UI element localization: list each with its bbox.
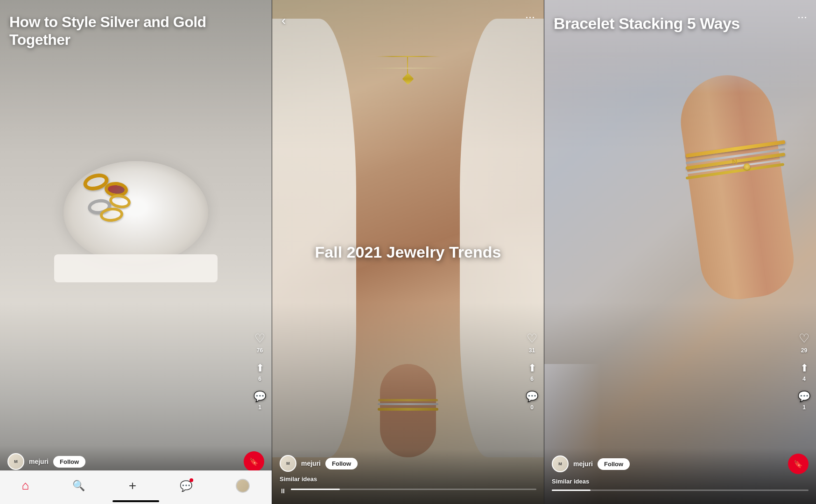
- video-panel-3: N ‹ ··· Bracelet Stacking 5 Ways ♡ 29 ⬆ …: [544, 0, 816, 504]
- panel3-progress-row: [552, 490, 809, 495]
- panel2-share-button[interactable]: ⬆ 6: [528, 362, 536, 382]
- share-icon: ⬆: [256, 362, 264, 374]
- panel1-creator-avatar: M: [7, 453, 24, 470]
- panel2-more-button[interactable]: ···: [526, 13, 535, 23]
- panel2-creator-name: mejuri: [301, 460, 321, 467]
- comment-icon: 💬: [253, 391, 266, 403]
- panel3-save-button[interactable]: 🔖: [788, 454, 809, 474]
- panel2-progress-row: ⏸: [280, 487, 536, 495]
- bookmark-icon-3: 🔖: [794, 460, 803, 469]
- panel2-creator-row: M mejuri Follow: [280, 455, 536, 472]
- panel1-like-button[interactable]: ♡ 76: [254, 331, 265, 354]
- panel2-like-button[interactable]: ♡ 31: [527, 331, 537, 354]
- panel2-creator-avatar: M: [280, 455, 296, 472]
- panel3-follow-button[interactable]: Follow: [598, 458, 630, 470]
- panel1-like-count: 76: [257, 347, 263, 354]
- panel3-similar-ideas[interactable]: Similar ideas: [552, 478, 809, 485]
- panel3-title: Bracelet Stacking 5 Ways: [554, 14, 790, 33]
- panel2-actions: ♡ 31 ⬆ 6 💬 0: [526, 331, 538, 411]
- profile-avatar: [236, 479, 250, 493]
- nav-home[interactable]: ⌂: [22, 478, 29, 493]
- nav-search[interactable]: 🔍: [72, 480, 85, 492]
- panel3-creator-avatar: M: [552, 455, 569, 472]
- heart-icon: ♡: [254, 331, 265, 346]
- panel2-bottom-bar: M mejuri Follow Similar ideas ⏸: [272, 449, 544, 504]
- share-icon-3: ⬆: [800, 362, 809, 374]
- share-icon-2: ⬆: [528, 362, 536, 374]
- add-icon: +: [129, 478, 136, 493]
- panel2-title: Fall 2021 Jewelry Trends: [293, 243, 524, 262]
- panel2-comment-button[interactable]: 💬 0: [526, 391, 538, 411]
- panel1-actions: ♡ 76 ⬆ 6 💬 1: [253, 331, 266, 411]
- panel2-pause-icon[interactable]: ⏸: [280, 487, 286, 495]
- panel1-creator-name: mejuri: [29, 458, 49, 465]
- video-panel-2: ‹ ··· Fall 2021 Jewelry Trends ♡ 31 ⬆ 6 …: [272, 0, 544, 504]
- home-icon: ⌂: [22, 478, 29, 493]
- heart-icon-2: ♡: [527, 331, 537, 346]
- panel2-progress-bar[interactable]: [291, 489, 536, 490]
- panel2-like-count: 31: [529, 347, 535, 354]
- panel3-share-button[interactable]: ⬆ 4: [800, 362, 809, 382]
- panel3-progress-bar[interactable]: [552, 490, 809, 491]
- panel1-comment-button[interactable]: 💬 1: [253, 391, 266, 411]
- panel3-like-count: 29: [801, 347, 807, 354]
- panel2-comment-count: 0: [530, 404, 534, 411]
- video-panel-1: How to Style Silver and Gold Together ♡ …: [0, 0, 272, 504]
- panel1-content: How to Style Silver and Gold Together ♡ …: [0, 0, 272, 504]
- nav-add[interactable]: +: [129, 478, 136, 493]
- panel3-creator-row: M mejuri Follow 🔖: [552, 454, 809, 474]
- panel3-like-button[interactable]: ♡ 29: [799, 331, 809, 354]
- panel2-follow-button[interactable]: Follow: [325, 458, 358, 469]
- panel1-follow-button[interactable]: Follow: [53, 456, 85, 468]
- panel1-save-button[interactable]: 🔖: [244, 451, 264, 472]
- panel2-content: ‹ ··· Fall 2021 Jewelry Trends ♡ 31 ⬆ 6 …: [272, 0, 544, 504]
- search-icon: 🔍: [72, 480, 85, 492]
- panel3-content: ‹ ··· Bracelet Stacking 5 Ways ♡ 29 ⬆ 4 …: [544, 0, 816, 504]
- panel3-creator-name: mejuri: [573, 460, 593, 468]
- panel1-share-button[interactable]: ⬆ 6: [256, 362, 264, 382]
- panel1-title: How to Style Silver and Gold Together: [9, 13, 244, 49]
- panel3-actions: ♡ 29 ⬆ 4 💬 1: [798, 331, 810, 411]
- panel3-share-count: 4: [802, 376, 806, 382]
- nav-profile[interactable]: [236, 479, 250, 493]
- heart-icon-3: ♡: [799, 331, 809, 346]
- panel2-share-count: 6: [530, 376, 534, 382]
- home-indicator-bar: [113, 500, 159, 502]
- panel1-comment-count: 1: [258, 404, 261, 411]
- panel3-more-button[interactable]: ···: [798, 13, 808, 23]
- panel3-comment-count: 1: [802, 404, 806, 411]
- panel3-bottom-bar: M mejuri Follow 🔖 Similar ideas: [544, 448, 816, 504]
- panel2-similar-ideas[interactable]: Similar ideas: [280, 476, 536, 483]
- panel1-creator-row: M mejuri Follow 🔖: [7, 451, 264, 472]
- panel2-progress-fill: [291, 489, 340, 490]
- panel3-comment-button[interactable]: 💬 1: [798, 391, 810, 411]
- nav-messages[interactable]: 💬: [180, 479, 192, 492]
- panel1-share-count: 6: [258, 376, 261, 382]
- bottom-navigation: ⌂ 🔍 + 💬: [0, 470, 272, 504]
- panel3-progress-fill: [552, 490, 591, 491]
- bookmark-icon: 🔖: [249, 457, 259, 466]
- comment-icon-2: 💬: [526, 391, 538, 403]
- notification-badge: [190, 478, 193, 482]
- panel2-back-button[interactable]: ‹: [281, 13, 286, 28]
- comment-icon-3: 💬: [798, 391, 810, 403]
